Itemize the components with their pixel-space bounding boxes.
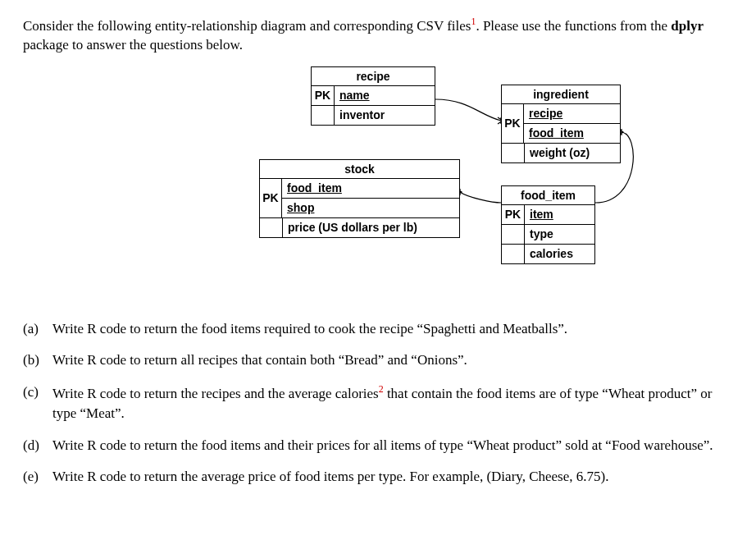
entity-fooditem: food_item PK item type calories <box>501 185 595 265</box>
entity-stock-attr-shop: shop <box>282 199 460 218</box>
question-c-label: (c) <box>23 382 52 424</box>
intro-paragraph: Consider the following entity-relationsh… <box>23 15 733 55</box>
entity-fooditem-pk: PK <box>502 205 525 224</box>
intro-bold: dplyr <box>671 18 704 34</box>
entity-stock-attr-price: price (US dollars per lb) <box>283 218 459 237</box>
entity-recipe-pk: PK <box>312 86 335 105</box>
question-c: (c) Write R code to return the recipes a… <box>23 382 733 424</box>
question-d: (d) Write R code to return the food item… <box>23 436 733 456</box>
question-d-text: Write R code to return the food items an… <box>52 436 733 456</box>
entity-fooditem-title: food_item <box>501 185 595 205</box>
question-e-text: Write R code to return the average price… <box>52 467 733 487</box>
question-d-label: (d) <box>23 436 52 456</box>
question-a-label: (a) <box>23 319 52 340</box>
intro-text-1a: Consider the following entity-relationsh… <box>23 18 471 34</box>
question-a-text: Write R code to return the food items re… <box>52 319 733 340</box>
entity-ingredient: ingredient PK recipe food_item weight (o… <box>501 85 621 164</box>
entity-ingredient-attr-weight: weight (oz) <box>525 144 620 162</box>
intro-text-1b: . Please use the <box>476 18 561 34</box>
entity-stock: stock PK food_item shop price (US dollar… <box>259 159 460 239</box>
entity-ingredient-pk: PK <box>501 104 524 144</box>
entity-ingredient-attr-recipe: recipe <box>524 104 621 124</box>
question-b-label: (b) <box>23 350 52 371</box>
entity-recipe-attr-inventor: inventor <box>335 106 435 125</box>
question-b: (b) Write R code to return all recipes t… <box>23 350 733 371</box>
intro-text-2b: package to answer the questions below. <box>23 37 243 53</box>
entity-recipe-attr-name: name <box>335 86 435 105</box>
question-e: (e) Write R code to return the average p… <box>23 467 733 487</box>
intro-text-2a: functions from the <box>565 18 672 34</box>
question-e-label: (e) <box>23 467 52 487</box>
entity-ingredient-attr-fooditem: food_item <box>524 124 621 144</box>
question-c-text: Write R code to return the recipes and t… <box>52 382 733 424</box>
entity-stock-attr-fooditem: food_item <box>282 179 460 199</box>
questions-list: (a) Write R code to return the food item… <box>23 319 733 488</box>
entity-fooditem-attr-type: type <box>525 225 594 244</box>
er-diagram: recipe PK name inventor ingredient PK re… <box>107 66 649 296</box>
entity-ingredient-title: ingredient <box>501 85 621 104</box>
entity-recipe-title: recipe <box>311 66 435 86</box>
entity-fooditem-attr-calories: calories <box>525 245 594 263</box>
question-b-text: Write R code to return all recipes that … <box>52 350 733 371</box>
entity-fooditem-attr-item: item <box>525 205 594 224</box>
entity-recipe: recipe PK name inventor <box>311 66 435 126</box>
entity-stock-title: stock <box>259 159 460 179</box>
question-c-text-a: Write R code to return the recipes and t… <box>52 385 379 400</box>
entity-stock-pk: PK <box>259 179 282 218</box>
question-a: (a) Write R code to return the food item… <box>23 319 733 340</box>
